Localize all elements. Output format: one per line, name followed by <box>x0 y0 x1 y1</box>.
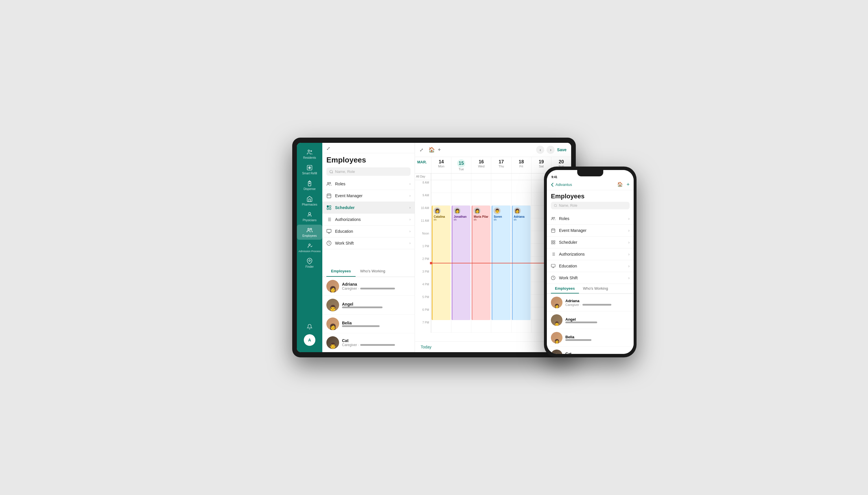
phone-menu-work-shift[interactable]: Work Shift › <box>547 272 634 284</box>
cal-cell-1-2[interactable] <box>471 193 491 206</box>
cal-cell-10-0[interactable] <box>431 307 451 320</box>
cal-cell-3-2[interactable] <box>471 218 491 231</box>
cal-cell-4-2[interactable] <box>471 231 491 244</box>
cal-next-button[interactable]: › <box>547 146 555 154</box>
cal-cell-1-0[interactable] <box>431 193 451 206</box>
phone-menu-authorizations[interactable]: Authorizations › <box>547 249 634 260</box>
today-button[interactable]: Today <box>421 345 431 349</box>
cal-cell-11-4[interactable] <box>511 320 531 333</box>
cal-cell-8-3[interactable] <box>491 282 511 295</box>
menu-item-authorizations[interactable]: Authorizations › <box>322 214 415 225</box>
cal-cell-5-0[interactable] <box>431 244 451 256</box>
cal-cell-0-1[interactable] <box>451 180 471 193</box>
cal-cell-5-4[interactable] <box>511 244 531 256</box>
cal-cell-2-0[interactable] <box>431 206 451 218</box>
cal-cell-3-4[interactable] <box>511 218 531 231</box>
phone-home-icon[interactable]: 🏠 <box>617 182 623 188</box>
cal-cell-1-1[interactable] <box>451 193 471 206</box>
cal-cell-8-2[interactable] <box>471 282 491 295</box>
phone-tab-employees[interactable]: Employees <box>551 284 579 293</box>
employee-item-belia[interactable]: 👩 Belia <box>322 314 415 334</box>
cal-cell-4-1[interactable] <box>451 231 471 244</box>
cal-cell-11-2[interactable] <box>471 320 491 333</box>
cal-cell-2-3[interactable] <box>491 206 511 218</box>
cal-cell-9-0[interactable] <box>431 295 451 307</box>
menu-item-event-manager[interactable]: Event Manager › <box>322 190 415 202</box>
employee-item-adriana[interactable]: 👩 Adriana Caregiver · <box>322 277 415 296</box>
cal-cell-8-1[interactable] <box>451 282 471 295</box>
cal-prev-button[interactable]: ‹ <box>536 146 544 154</box>
cal-cell-3-1[interactable] <box>451 218 471 231</box>
phone-menu-roles[interactable]: Roles › <box>547 213 634 225</box>
cal-cell-5-1[interactable] <box>451 244 471 256</box>
cal-cell-10-3[interactable] <box>491 307 511 320</box>
cal-cell-6-3[interactable] <box>491 256 511 269</box>
cal-cell-8-0[interactable] <box>431 282 451 295</box>
cal-cell-9-1[interactable] <box>451 295 471 307</box>
cal-cell-1-4[interactable] <box>511 193 531 206</box>
cal-cell-6-1[interactable] <box>451 256 471 269</box>
phone-emp-belia[interactable]: 👩 Belia <box>547 329 634 347</box>
cal-cell-6-4[interactable] <box>511 256 531 269</box>
menu-item-scheduler[interactable]: Scheduler › <box>322 202 415 214</box>
phone-search[interactable]: Name, Role <box>551 202 630 209</box>
cal-cell-5-2[interactable] <box>471 244 491 256</box>
cal-cell-3-3[interactable] <box>491 218 511 231</box>
cal-add-icon[interactable]: + <box>438 147 441 153</box>
sidebar-item-physicians[interactable]: Physicians <box>297 209 322 224</box>
cal-cell-7-2[interactable] <box>471 269 491 282</box>
phone-emp-cat[interactable]: 👨 Cat Caregiver · <box>547 347 634 354</box>
cal-cell-2-1[interactable] <box>451 206 471 218</box>
employee-item-cat[interactable]: 👨 Cat Caregiver · <box>322 334 415 352</box>
menu-item-roles[interactable]: Roles › <box>322 178 415 190</box>
cal-save-button[interactable]: Save <box>557 148 567 152</box>
cal-cell-6-2[interactable] <box>471 256 491 269</box>
sidebar-item-smart-refill[interactable]: Smart Refill <box>297 162 322 177</box>
cal-cell-7-1[interactable] <box>451 269 471 282</box>
phone-emp-adriana[interactable]: 👩 Adriana Caregiver · <box>547 294 634 311</box>
cal-cell-7-3[interactable] <box>491 269 511 282</box>
cal-home-icon[interactable]: 🏠 <box>429 147 435 153</box>
cal-cell-8-4[interactable] <box>511 282 531 295</box>
menu-item-education[interactable]: Education › <box>322 225 415 237</box>
user-avatar[interactable]: A <box>304 334 315 346</box>
cal-expand-icon[interactable]: ⤢ <box>419 147 423 153</box>
cal-cell-7-0[interactable] <box>431 269 451 282</box>
cal-cell-2-4[interactable] <box>511 206 531 218</box>
cal-cell-3-0[interactable] <box>431 218 451 231</box>
cal-cell-7-4[interactable] <box>511 269 531 282</box>
sidebar-item-finder[interactable]: Finder <box>297 256 322 271</box>
cal-cell-4-3[interactable] <box>491 231 511 244</box>
sidebar-item-dispense[interactable]: Dispense <box>297 178 322 193</box>
phone-menu-scheduler[interactable]: Scheduler › <box>547 237 634 249</box>
phone-add-icon[interactable]: + <box>627 182 630 188</box>
tab-employees[interactable]: Employees <box>327 266 355 277</box>
cal-cell-9-3[interactable] <box>491 295 511 307</box>
employee-item-angel[interactable]: 👨 Angel <box>322 296 415 314</box>
phone-emp-angel[interactable]: 👨 Angel <box>547 311 634 329</box>
bell-icon[interactable] <box>304 322 315 332</box>
cal-cell-11-3[interactable] <box>491 320 511 333</box>
cal-cell-0-4[interactable] <box>511 180 531 193</box>
phone-nav-back[interactable]: Adivantus <box>551 183 572 187</box>
cal-cell-9-2[interactable] <box>471 295 491 307</box>
cal-cell-10-1[interactable] <box>451 307 471 320</box>
cal-cell-5-3[interactable] <box>491 244 511 256</box>
cal-cell-4-4[interactable] <box>511 231 531 244</box>
cal-cell-11-0[interactable] <box>431 320 451 333</box>
cal-cell-10-2[interactable] <box>471 307 491 320</box>
cal-cell-2-2[interactable] <box>471 206 491 218</box>
cal-cell-1-3[interactable] <box>491 193 511 206</box>
cal-cell-0-2[interactable] <box>471 180 491 193</box>
search-box[interactable]: Name, Role <box>327 167 411 176</box>
cal-cell-10-4[interactable] <box>511 307 531 320</box>
sidebar-item-residents[interactable]: Residents <box>297 147 322 161</box>
phone-tab-whos-working[interactable]: Who's Working <box>579 284 612 293</box>
expand-icon[interactable]: ⤢ <box>327 146 330 151</box>
cal-cell-0-3[interactable] <box>491 180 511 193</box>
cal-cell-4-0[interactable] <box>431 231 451 244</box>
phone-menu-education[interactable]: Education › <box>547 260 634 272</box>
tab-whos-working[interactable]: Who's Working <box>355 266 390 277</box>
menu-item-work-shift[interactable]: Work Shift › <box>322 237 415 249</box>
sidebar-item-admission[interactable]: Admission Process <box>297 240 322 255</box>
